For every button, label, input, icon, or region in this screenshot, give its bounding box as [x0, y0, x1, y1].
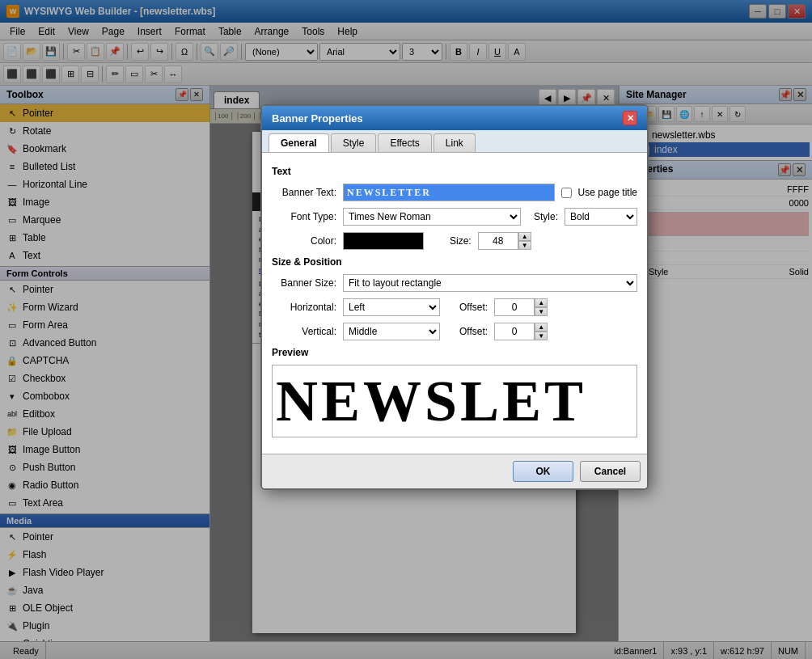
v-offset-down[interactable]: ▼ — [535, 332, 548, 340]
size-label: Size: — [450, 235, 472, 247]
vertical-label: Vertical: — [272, 326, 336, 337]
dialog-tab-bar: General Style Effects Link — [262, 130, 647, 153]
banner-properties-dialog: Banner Properties ✕ General Style Effect… — [260, 104, 649, 490]
preview-area: NEWSLET — [272, 365, 637, 437]
banner-text-input[interactable] — [343, 184, 555, 201]
size-down[interactable]: ▼ — [518, 241, 531, 250]
size-up[interactable]: ▲ — [518, 232, 531, 241]
banner-size-row: Banner Size: Fit to layout rectangle — [272, 274, 637, 292]
h-offset-spinbox: ▲ ▼ — [494, 298, 548, 316]
text-section-label: Text — [272, 166, 637, 177]
size-input[interactable]: 48 — [478, 232, 518, 250]
cancel-button[interactable]: Cancel — [580, 461, 641, 482]
font-type-row: Font Type: Times New Roman Style: Bold — [272, 208, 637, 226]
banner-text-row: Banner Text: Use page title — [272, 184, 637, 201]
banner-size-select[interactable]: Fit to layout rectangle — [343, 274, 637, 292]
v-offset-label: Offset: — [459, 326, 488, 337]
tab-style[interactable]: Style — [331, 133, 377, 152]
use-page-title-checkbox[interactable] — [561, 188, 572, 198]
horizontal-label: Horizontal: — [272, 302, 336, 313]
color-size-row: Color: Size: 48 ▲ ▼ — [272, 232, 637, 250]
color-label: Color: — [272, 235, 336, 247]
h-offset-label: Offset: — [459, 302, 488, 313]
dialog-title-bar: Banner Properties ✕ — [262, 106, 647, 130]
tab-effects[interactable]: Effects — [378, 133, 431, 152]
v-offset-input[interactable] — [494, 323, 535, 340]
size-position-label: Size & Position — [272, 256, 637, 268]
v-offset-up[interactable]: ▲ — [535, 323, 548, 332]
banner-size-label: Banner Size: — [272, 277, 336, 289]
v-offset-spinbox: ▲ ▼ — [494, 323, 548, 340]
size-spinbox: 48 ▲ ▼ — [478, 232, 531, 250]
modal-overlay: Banner Properties ✕ General Style Effect… — [0, 0, 812, 659]
use-page-title-label: Use page title — [578, 187, 637, 198]
banner-text-label: Banner Text: — [272, 187, 336, 198]
horizontal-row: Horizontal: Left Offset: ▲ ▼ — [272, 298, 637, 316]
dialog-footer: OK Cancel — [262, 454, 647, 488]
style-label: Style: — [534, 211, 558, 222]
color-swatch[interactable] — [343, 232, 424, 250]
h-offset-down[interactable]: ▼ — [535, 307, 548, 316]
dialog-body: Text Banner Text: Use page title Font Ty… — [262, 153, 647, 454]
ok-button[interactable]: OK — [513, 461, 573, 482]
horizontal-select[interactable]: Left — [343, 298, 440, 316]
preview-text: NEWSLET — [276, 368, 586, 435]
tab-link[interactable]: Link — [433, 133, 476, 152]
vertical-select[interactable]: Middle — [343, 323, 440, 340]
dialog-close-button[interactable]: ✕ — [623, 111, 637, 125]
h-offset-up[interactable]: ▲ — [535, 298, 548, 307]
font-type-select[interactable]: Times New Roman — [343, 208, 521, 226]
h-offset-input[interactable] — [494, 298, 535, 316]
font-type-label: Font Type: — [272, 211, 336, 222]
style-select[interactable]: Bold — [565, 208, 637, 226]
vertical-row: Vertical: Middle Offset: ▲ ▼ — [272, 323, 637, 340]
tab-general[interactable]: General — [269, 133, 329, 152]
preview-label: Preview — [272, 347, 637, 358]
